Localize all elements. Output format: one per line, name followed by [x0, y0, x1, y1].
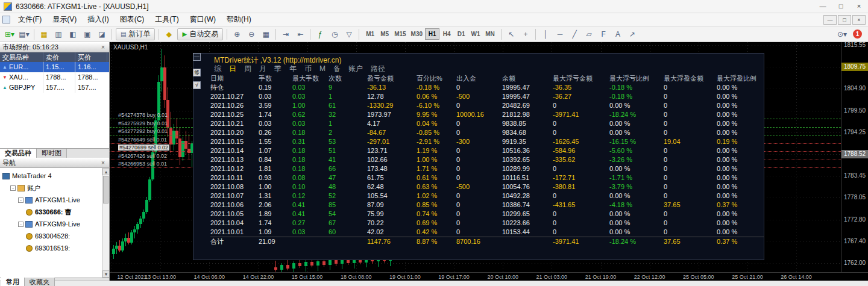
- stats-column-header: 出入金: [456, 74, 502, 83]
- metaeditor-icon[interactable]: ◆: [162, 28, 175, 40]
- menu-tools[interactable]: 工具(T): [149, 13, 184, 26]
- timeframe-d1-button[interactable]: D1: [454, 28, 468, 40]
- arrows-tool-icon[interactable]: ↗: [626, 28, 639, 40]
- timeframe-m15-button[interactable]: M15: [392, 28, 408, 40]
- trade-label[interactable]: #54277292 buy 0.01: [118, 128, 168, 134]
- minimize-button[interactable]: —: [814, 0, 832, 13]
- stats-tab-4[interactable]: 季: [274, 64, 281, 73]
- stats-tab-7[interactable]: M: [319, 64, 326, 73]
- market-watch-tab-0[interactable]: 交易品种: [0, 149, 37, 158]
- new-order-menu-icon[interactable]: ⊞▾: [3, 28, 16, 40]
- vertical-line-tool-icon[interactable]: │: [539, 28, 552, 40]
- stats-tab-3[interactable]: 月: [259, 64, 266, 73]
- timeframe-m30-button[interactable]: M30: [409, 28, 425, 40]
- channel-tool-icon[interactable]: ▱: [582, 28, 596, 40]
- timeframe-w1-button[interactable]: W1: [468, 28, 483, 40]
- search-icon[interactable]: ⊙▾: [835, 28, 849, 40]
- tree-item-5[interactable]: 693004528:: [26, 231, 70, 241]
- market-watch-toggle-icon[interactable]: ▦: [37, 28, 51, 40]
- market-watch-close-icon[interactable]: ×: [99, 44, 107, 51]
- menu-insert[interactable]: 插入(I): [82, 13, 114, 26]
- stats-minimize-button[interactable]: —: [193, 53, 201, 61]
- mdi-minimize-button[interactable]: —: [823, 15, 837, 25]
- market-watch-row[interactable]: ▲GBPJPY157....157....: [0, 82, 109, 93]
- navigator-scrollbar[interactable]: ▲ ▼: [102, 168, 109, 278]
- chart-shift-icon[interactable]: ⇤: [294, 28, 307, 40]
- trade-label[interactable]: #54275929 buy 0.01: [118, 120, 168, 126]
- stats-settings-button[interactable]: 修: [193, 69, 201, 76]
- trade-label[interactable]: #54267426 sell 0.02: [118, 153, 167, 159]
- tree-item-4[interactable]: -ATFXGM9-Live: [18, 219, 80, 229]
- mdi-close-button[interactable]: ×: [852, 15, 866, 25]
- mdi-restore-button[interactable]: □: [838, 15, 851, 25]
- stats-tab-2[interactable]: 周: [244, 64, 251, 73]
- stats-cell: 21.09: [259, 237, 292, 246]
- tree-item-1[interactable]: -账户: [10, 182, 40, 193]
- maximize-button[interactable]: □: [832, 0, 850, 13]
- periods-icon[interactable]: ◷: [328, 28, 341, 40]
- menu-window[interactable]: 窗口(W): [184, 13, 221, 26]
- tree-item-6[interactable]: 693016519:: [26, 243, 70, 253]
- trendline-tool-icon[interactable]: ╱: [568, 28, 581, 40]
- trade-label[interactable]: #54270699 sell 0.02: [118, 145, 169, 151]
- text-tool-icon[interactable]: A: [611, 28, 624, 40]
- cursor-icon[interactable]: ↖: [505, 28, 518, 40]
- menu-file[interactable]: 文件(F): [13, 13, 47, 26]
- trade-label[interactable]: #54274378 buy 0.01: [118, 112, 168, 118]
- stats-cell: 0: [664, 228, 717, 237]
- tree-expander-icon[interactable]: -: [10, 185, 16, 191]
- market-watch-row[interactable]: ▼XAU...1788...1788...: [0, 72, 109, 82]
- indicators-icon[interactable]: ƒ: [313, 28, 327, 40]
- bottom-tab-1[interactable]: 收藏夹: [25, 278, 55, 286]
- stats-tab-9[interactable]: 账户: [348, 64, 363, 73]
- zoom-in-icon[interactable]: ⊕: [230, 28, 244, 40]
- autotrading-button[interactable]: ▶自动交易: [177, 28, 223, 40]
- bottom-tab-0[interactable]: 常用: [1, 278, 25, 286]
- timeframe-h4-button[interactable]: H4: [439, 28, 454, 40]
- stats-tab-1[interactable]: 日: [229, 64, 236, 73]
- fibonacci-tool-icon[interactable]: F: [597, 28, 610, 40]
- stats-tab-6[interactable]: 币: [304, 64, 312, 73]
- auto-scroll-icon[interactable]: ⇥: [279, 28, 292, 40]
- timeframe-m1-button[interactable]: M1: [363, 28, 377, 40]
- scroll-up-icon[interactable]: ▲: [102, 168, 109, 175]
- stats-cell: -500: [456, 182, 502, 191]
- market-watch-column-header: 卖价: [43, 52, 75, 62]
- tree-item-2[interactable]: -ATFXGM1-Live: [18, 194, 80, 205]
- tree-expander-icon[interactable]: -: [18, 197, 24, 203]
- close-button[interactable]: ×: [850, 0, 868, 13]
- navigator-toggle-icon[interactable]: ◧: [66, 28, 80, 40]
- timeframe-h1-button[interactable]: H1: [425, 28, 439, 40]
- strategy-tester-toggle-icon[interactable]: ◪: [95, 28, 108, 40]
- horizontal-line-tool-icon[interactable]: ─: [553, 28, 567, 40]
- data-window-toggle-icon[interactable]: ▥: [52, 28, 65, 40]
- menu-view[interactable]: 显示(V): [47, 13, 82, 26]
- trade-label[interactable]: #54266953 sell 0.01: [118, 161, 167, 167]
- stats-tab-10[interactable]: 路径: [371, 64, 385, 73]
- new-chart-menu-icon[interactable]: ▤▾: [17, 28, 31, 40]
- timeframe-m5-button[interactable]: M5: [377, 28, 392, 40]
- market-watch-row[interactable]: ▲EUR...1.15...1.16...: [0, 62, 109, 72]
- stats-confirm-button[interactable]: √: [193, 81, 201, 89]
- timeframe-mn-button[interactable]: MN: [483, 28, 497, 40]
- crosshair-icon[interactable]: +: [519, 28, 532, 40]
- stats-tab-0[interactable]: 综: [214, 64, 221, 73]
- tile-windows-icon[interactable]: ▦: [259, 28, 272, 40]
- tree-expander-icon[interactable]: -: [18, 222, 24, 227]
- market-watch-tab-1[interactable]: 即时图: [37, 149, 67, 158]
- navigator-close-icon[interactable]: ×: [99, 160, 107, 166]
- terminal-toggle-icon[interactable]: ▣: [81, 28, 94, 40]
- stats-tab-5[interactable]: 年: [289, 64, 297, 73]
- zoom-out-icon[interactable]: ⊖: [245, 28, 258, 40]
- menu-charts[interactable]: 图表(C): [115, 13, 150, 26]
- stats-tab-8[interactable]: 备: [333, 64, 341, 73]
- tree-item-3[interactable]: 6330666: 曹: [26, 207, 72, 217]
- menu-help[interactable]: 帮助(H): [221, 13, 257, 26]
- notification-badge[interactable]: 1: [853, 30, 862, 39]
- trade-label[interactable]: #54276649 sell 0.01: [118, 137, 167, 143]
- scroll-thumb[interactable]: [103, 176, 108, 204]
- templates-icon[interactable]: ▽: [342, 28, 356, 40]
- scroll-down-icon[interactable]: ▼: [102, 270, 109, 278]
- tree-item-0[interactable]: MetaTrader 4: [2, 170, 52, 181]
- new-order-button[interactable]: ▤新订单: [116, 28, 155, 40]
